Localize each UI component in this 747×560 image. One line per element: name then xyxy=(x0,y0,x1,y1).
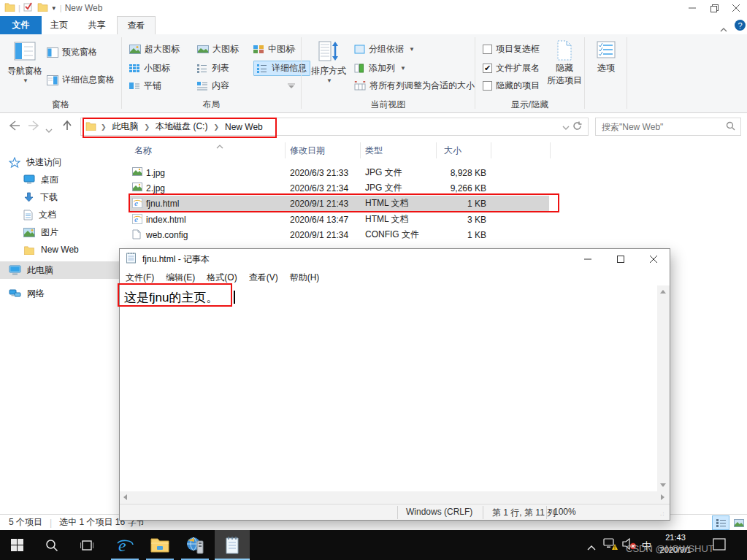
details-view-toggle[interactable] xyxy=(712,515,729,530)
preview-pane-button[interactable]: 预览窗格 xyxy=(47,46,97,58)
forward-icon[interactable] xyxy=(28,120,41,134)
sidebar-item-this-pc[interactable]: 此电脑 xyxy=(0,261,123,279)
notepad-text-area[interactable]: 这是fjnu的主页。 xyxy=(120,285,657,491)
details-pane-button[interactable]: 详细信息窗格 xyxy=(47,74,115,86)
menu-format[interactable]: 格式(O) xyxy=(207,272,237,284)
menu-view[interactable]: 查看(V) xyxy=(249,272,278,284)
sidebar-item-quick-access[interactable]: 快速访问 xyxy=(9,153,61,171)
medium-icons-button[interactable]: 中图标 xyxy=(253,43,294,55)
hidden-items-option[interactable]: 隐藏的项目 xyxy=(483,80,540,92)
menu-edit[interactable]: 编辑(E) xyxy=(166,272,195,284)
tab-share[interactable]: 共享 xyxy=(77,16,117,34)
taskbar-search-button[interactable] xyxy=(35,530,69,560)
menu-help[interactable]: 帮助(H) xyxy=(290,272,320,284)
qat-newfolder-icon[interactable] xyxy=(37,1,48,15)
list-view-button[interactable]: 列表 xyxy=(197,62,229,74)
sidebar-item-pictures[interactable]: 图片 xyxy=(23,223,58,241)
column-header-date[interactable]: 修改日期 xyxy=(290,145,325,157)
tiles-view-button[interactable]: 平铺 xyxy=(129,80,161,92)
documents-label: 文档 xyxy=(39,209,56,221)
scroll-up-icon[interactable] xyxy=(660,290,666,294)
resize-grip[interactable]: .: xyxy=(660,510,664,517)
file-extensions-option[interactable]: ✔ 文件扩展名 xyxy=(483,62,540,74)
hidden-items-checkbox[interactable] xyxy=(483,81,492,91)
address-box[interactable]: ❯ 此电脑 ❯ 本地磁盘 (C:) ❯ New Web xyxy=(80,118,589,136)
sidebar-item-new-web[interactable]: New Web xyxy=(23,241,79,258)
scroll-down-icon[interactable] xyxy=(660,483,666,487)
breadcrumb-this-pc[interactable]: 此电脑 xyxy=(107,120,145,133)
taskbar-explorer-button[interactable] xyxy=(143,530,177,560)
tab-view[interactable]: 查看 xyxy=(117,16,156,34)
item-checkboxes-option[interactable]: 项目复选框 xyxy=(483,43,540,55)
size-all-columns-icon xyxy=(354,81,366,91)
minimize-button[interactable] xyxy=(681,1,703,15)
restore-button[interactable] xyxy=(703,1,725,15)
close-button[interactable] xyxy=(725,1,747,15)
group-by-button[interactable]: 分组依据▼ xyxy=(354,43,415,55)
large-icons-button[interactable]: 大图标 xyxy=(197,43,239,55)
file-row[interactable]: 1.jpg 2020/6/3 21:33 JPG 文件 8,928 KB xyxy=(129,165,549,180)
tray-show-hidden-icons[interactable] xyxy=(587,540,596,553)
notepad-horizontal-scrollbar[interactable] xyxy=(120,491,670,504)
back-icon[interactable] xyxy=(7,120,20,134)
search-icon[interactable] xyxy=(726,120,735,134)
search-input[interactable] xyxy=(596,122,724,132)
ribbon-collapse-icon[interactable] xyxy=(720,22,727,35)
menu-file[interactable]: 文件(F) xyxy=(126,272,154,284)
up-icon[interactable] xyxy=(61,120,73,134)
start-button[interactable] xyxy=(0,530,34,560)
refresh-icon[interactable] xyxy=(572,120,582,134)
navigation-pane: 快速访问 桌面 下载 文档 图片 New Web xyxy=(0,139,123,514)
file-extensions-checkbox[interactable]: ✔ xyxy=(483,64,492,73)
recent-locations-chevron-icon[interactable] xyxy=(45,123,53,137)
column-header-type[interactable]: 类型 xyxy=(365,145,383,157)
options-button[interactable]: 选项 xyxy=(590,40,622,74)
this-pc-icon xyxy=(9,265,21,276)
file-row[interactable]: 2.jpg 2020/6/3 21:34 JPG 文件 9,266 KB xyxy=(129,180,549,196)
thumbnail-view-toggle[interactable] xyxy=(730,515,747,530)
sidebar-item-desktop[interactable]: 桌面 xyxy=(23,171,58,188)
search-box[interactable] xyxy=(595,118,741,136)
item-checkboxes-checkbox[interactable] xyxy=(483,45,492,54)
tab-home[interactable]: 主页 xyxy=(42,16,77,34)
address-dropdown-chevron-icon[interactable] xyxy=(562,120,570,134)
layout-scroll-up-icon[interactable] xyxy=(290,46,296,50)
content-view-button[interactable]: 内容 xyxy=(197,80,229,92)
breadcrumb-local-disk-c[interactable]: 本地磁盘 (C:) xyxy=(150,120,213,133)
xl-icons-button[interactable]: 超大图标 xyxy=(129,43,180,55)
sidebar-item-network[interactable]: 网络 xyxy=(9,285,45,302)
layout-scroll-down-icon[interactable] xyxy=(290,65,296,69)
task-view-button[interactable] xyxy=(70,530,104,560)
file-row-selected[interactable]: e fjnu.html 2020/9/1 21:43 HTML 文档 1 KB xyxy=(129,196,549,211)
sidebar-item-downloads[interactable]: 下载 xyxy=(23,188,58,206)
notepad-vertical-scrollbar[interactable] xyxy=(657,285,670,491)
scroll-right-icon[interactable] xyxy=(661,494,664,500)
notepad-minimize-button[interactable] xyxy=(571,249,604,269)
column-header-size[interactable]: 大小 xyxy=(444,145,461,157)
tab-file[interactable]: 文件 xyxy=(0,16,42,34)
column-header-name[interactable]: 名称 xyxy=(134,145,152,157)
layout-more-icon[interactable] xyxy=(288,80,295,93)
qat-customize-chevron-icon[interactable]: ▼ xyxy=(51,5,57,12)
sort-by-button[interactable]: 排序方式 ▼ xyxy=(307,40,350,84)
scroll-left-icon[interactable] xyxy=(123,494,127,500)
taskbar-ie-button[interactable]: e xyxy=(108,530,142,560)
notepad-close-button[interactable] xyxy=(637,249,670,269)
help-icon[interactable]: ? xyxy=(735,20,746,31)
taskbar-iis-button[interactable] xyxy=(178,530,212,560)
tray-network-icon[interactable] xyxy=(603,537,618,553)
file-row[interactable]: e index.html 2020/6/4 13:47 HTML 文档 3 KB xyxy=(129,212,549,227)
nav-pane-button[interactable]: 导航窗格 ▼ xyxy=(6,40,44,84)
size-all-columns-button[interactable]: 将所有列调整为合适的大小 xyxy=(354,80,475,92)
line-ending-status: Windows (CRLF) xyxy=(406,507,472,517)
tray-notification-icon[interactable] xyxy=(713,538,726,553)
small-icons-button[interactable]: 小图标 xyxy=(129,62,170,74)
hide-selected-button[interactable]: 隐藏 所选项目 xyxy=(548,40,581,87)
qat-properties-check-icon[interactable] xyxy=(23,1,34,15)
sidebar-item-documents[interactable]: 文档 xyxy=(23,206,56,223)
file-row[interactable]: web.config 2020/9/1 21:34 CONFIG 文件 1 KB xyxy=(129,227,549,242)
notepad-maximize-button[interactable] xyxy=(604,249,637,269)
taskbar-notepad-button[interactable] xyxy=(215,530,250,560)
breadcrumb-new-web[interactable]: New Web xyxy=(219,122,269,132)
add-columns-button[interactable]: 添加列▼ xyxy=(354,62,406,74)
